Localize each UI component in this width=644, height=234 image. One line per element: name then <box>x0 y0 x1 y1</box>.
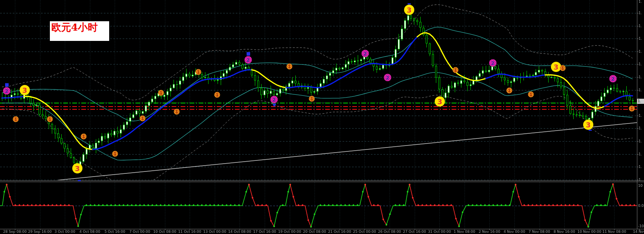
semafor-level2-marker-label: 2 <box>364 51 367 56</box>
price-axis-label: 1. <box>639 37 642 41</box>
price-axis-label: 1. <box>639 88 642 92</box>
semafor-level1-marker: 1 <box>214 92 220 98</box>
semafor-level3-marker-label: 3 <box>437 98 443 106</box>
semafor-level1-marker-label: 1 <box>15 117 17 122</box>
semafor-level2-marker-label: 2 <box>386 75 389 80</box>
semafor-level1-marker-label: 1 <box>160 91 163 95</box>
semafor-level1-marker: 1 <box>309 96 315 102</box>
semafor-level2-marker: 2 <box>245 56 252 64</box>
price-axis-label: 1. <box>639 178 642 182</box>
semafor-level2-marker: 2 <box>271 96 278 103</box>
symbol-label-box: 欧元4小时 <box>50 21 109 41</box>
price-axis-label: 1. <box>639 75 642 79</box>
semafor-level1-marker-label: 1 <box>288 64 291 69</box>
x-axis-label: 14 Nov <box>622 230 644 234</box>
current-price-tag: 1. <box>637 99 644 104</box>
semafor-level1-marker: 1 <box>196 69 201 75</box>
semafor-level1-marker: 1 <box>629 106 635 112</box>
semafor-level1-marker-label: 1 <box>454 68 457 72</box>
oscillator-scale-label: 10 <box>638 184 642 188</box>
oscillator-scale-label: -10 <box>638 224 644 228</box>
semafor-level1-marker-label: 1 <box>197 70 200 74</box>
semafor-level1-marker-label: 1 <box>141 116 144 121</box>
semafor-level2-marker: 2 <box>489 59 497 67</box>
semafor-level1-marker: 1 <box>112 151 118 157</box>
semafor-level1-marker-label: 1 <box>82 135 85 139</box>
semafor-level2-marker-label: 2 <box>611 76 615 81</box>
semafor-level1-marker: 1 <box>507 88 512 94</box>
price-axis-label: 1. <box>639 11 642 15</box>
current-price-text: 1. <box>638 99 641 103</box>
semafor-level3-marker: 3 <box>404 5 414 15</box>
semafor-level1-marker: 1 <box>528 92 534 98</box>
semafor-level2-marker-label: 2 <box>273 97 276 102</box>
price-axis-label: 1. <box>639 50 642 53</box>
semafor-level3-marker: 3 <box>583 120 593 130</box>
semafor-level3-marker-label: 3 <box>554 63 559 71</box>
price-axis-label: 1. <box>639 139 642 143</box>
semafor-level1-marker-label: 1 <box>216 93 219 97</box>
semafor-level2-marker-label: 2 <box>247 57 250 63</box>
semafor-level1-marker-label: 1 <box>562 66 564 70</box>
semafor-level3-marker: 3 <box>72 163 82 173</box>
blue-arrow-accent <box>5 83 9 87</box>
price-axis-label: 1. <box>639 152 642 156</box>
trading-chart-window: 欧元4小时 33333322222221111111111111111 28 S… <box>0 0 644 234</box>
semafor-level1-marker: 1 <box>140 116 146 122</box>
semafor-level1-marker-label: 1 <box>311 97 313 101</box>
semafor-level1-marker: 1 <box>158 90 164 96</box>
symbol-label: 欧元4小时 <box>51 22 108 33</box>
semafor-level2-marker: 2 <box>609 75 617 83</box>
semafor-level2-marker-label: 2 <box>5 88 8 94</box>
semafor-level2-marker: 2 <box>384 74 392 81</box>
price-axis-label: 1. <box>639 0 642 4</box>
semafor-level1-marker-label: 1 <box>631 107 633 111</box>
blue-arrow-accent <box>247 52 250 56</box>
price-axis-label: 1. <box>639 114 642 118</box>
blue-dash-marker <box>78 180 81 181</box>
semafor-level1-marker-label: 1 <box>530 92 532 97</box>
semafor-level1-marker-label: 1 <box>114 152 117 156</box>
blue-dash-marker <box>589 130 592 131</box>
semafor-level2-marker: 2 <box>362 50 369 57</box>
semafor-level1-marker: 1 <box>287 64 293 70</box>
semafor-level1-marker: 1 <box>560 65 566 71</box>
price-axis-label: 1. <box>639 24 642 28</box>
semafor-level3-marker-label: 3 <box>75 164 80 173</box>
semafor-level3-marker: 3 <box>20 85 30 95</box>
semafor-level1-marker: 1 <box>47 116 53 122</box>
blue-arrow-accent <box>272 104 276 107</box>
price-axis-label: 1. <box>639 62 642 66</box>
semafor-level1-marker-label: 1 <box>176 110 178 114</box>
semafor-level3-marker-label: 3 <box>407 6 412 14</box>
price-axis-label: 1. <box>639 165 642 169</box>
semafor-level1-marker: 1 <box>81 134 87 140</box>
semafor-level2-marker-label: 2 <box>491 60 494 66</box>
price-axis-label: 1. <box>639 126 642 130</box>
semafor-level1-marker: 1 <box>13 116 19 122</box>
semafor-level3-marker: 3 <box>435 96 445 107</box>
semafor-level2-marker: 2 <box>3 87 11 95</box>
semafor-level1-marker-label: 1 <box>508 88 511 93</box>
semafor-level1-marker-label: 1 <box>49 117 51 122</box>
oscillator-scale-label: 0.0 <box>638 204 644 208</box>
semafor-level1-marker: 1 <box>453 67 459 73</box>
semafor-level1-marker: 1 <box>174 109 180 115</box>
semafor-level3-marker-label: 3 <box>22 86 27 94</box>
semafor-level3-marker-label: 3 <box>586 121 591 129</box>
